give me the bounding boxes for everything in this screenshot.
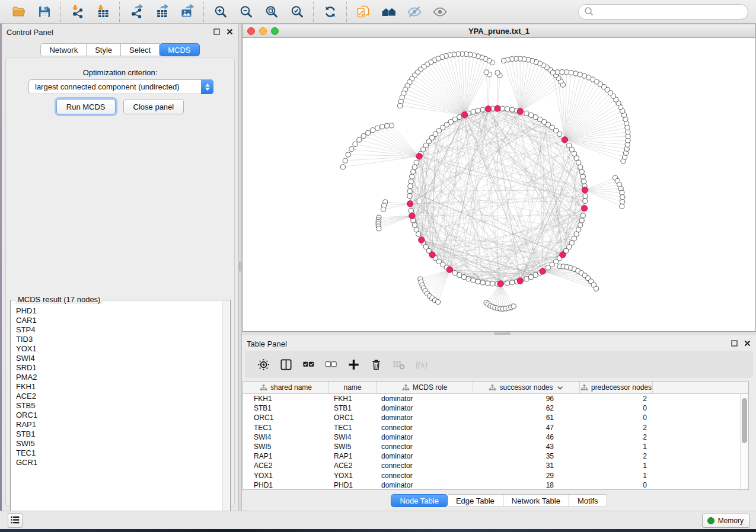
mcds-result-node[interactable]: PHD1 [11, 306, 222, 316]
import-network-icon[interactable] [69, 4, 85, 20]
network-window-title: YPA_prune.txt_1 [243, 27, 755, 36]
cell-shared-name: STB1 [243, 404, 329, 412]
table-row[interactable]: TEC1TEC1connector472 [243, 423, 740, 432]
splitter-grip[interactable] [239, 262, 241, 271]
table-row[interactable]: STB1STB1dominator620 [243, 403, 740, 413]
table-panel-header: Table Panel [242, 335, 756, 351]
home-icon[interactable] [381, 4, 397, 20]
mcds-result-node[interactable]: PMA2 [11, 373, 222, 382]
dropdown-stepper-icon [201, 79, 213, 94]
export-network-icon[interactable] [128, 4, 144, 20]
column-header-shared-name[interactable]: shared name [243, 382, 329, 393]
network-graph[interactable] [243, 38, 755, 331]
float-panel-icon[interactable] [731, 339, 738, 349]
mcds-result-node[interactable]: TID3 [11, 335, 222, 344]
mcds-result-node[interactable]: SWI5 [11, 439, 222, 448]
close-panel-icon[interactable] [744, 339, 751, 349]
network-window-titlebar[interactable]: YPA_prune.txt_1 [243, 24, 755, 38]
column-header-predecessor-nodes[interactable]: predecessor nodes [580, 382, 653, 393]
tab-motifs[interactable]: Motifs [569, 494, 607, 507]
tab-style[interactable]: Style [87, 43, 121, 56]
table-row[interactable]: PHD1PHD1dominator180 [243, 480, 740, 489]
zoom-fit-icon[interactable] [263, 4, 279, 20]
memory-label: Memory [718, 517, 744, 525]
export-image-icon[interactable] [179, 4, 195, 20]
run-mcds-button[interactable]: Run MCDS [56, 99, 116, 114]
optimization-criterion-label: Optimization criterion: [6, 68, 234, 77]
close-panel-icon[interactable] [226, 28, 234, 37]
eye-icon[interactable] [432, 4, 448, 20]
tab-select[interactable]: Select [121, 43, 160, 56]
splitter-grip[interactable] [494, 332, 511, 335]
table-row[interactable]: SWI4SWI4dominator462 [243, 432, 740, 442]
cell-name: PHD1 [329, 481, 377, 489]
add-row-icon[interactable] [346, 357, 361, 372]
column-header-name[interactable]: name [329, 382, 377, 393]
zoom-selected-icon[interactable] [289, 4, 305, 20]
mcds-result-node[interactable]: GCR1 [11, 458, 222, 467]
toolbar-separator [313, 2, 314, 22]
mcds-result-node[interactable]: TEC1 [11, 448, 222, 458]
task-history-button[interactable] [8, 513, 23, 528]
mcds-result-node[interactable]: ORC1 [11, 411, 222, 420]
zoom-in-icon[interactable] [212, 4, 228, 20]
open-folder-icon[interactable] [11, 4, 27, 20]
mcds-result-node[interactable]: STB1 [11, 430, 222, 439]
close-panel-button[interactable]: Close panel [123, 99, 184, 114]
gear-icon[interactable] [256, 357, 271, 372]
mcds-result-node[interactable]: RAP1 [11, 420, 222, 430]
network-canvas[interactable] [243, 38, 755, 331]
desktop-edge [0, 529, 756, 532]
mcds-result-node[interactable]: CAR1 [11, 316, 222, 325]
mcds-result-node[interactable]: YOX1 [11, 344, 222, 354]
cell-successor-nodes: 46 [473, 433, 580, 441]
deselect-all-icon[interactable] [323, 357, 339, 372]
import-table-icon[interactable] [95, 4, 111, 20]
search-box[interactable] [578, 4, 748, 20]
column-label: successor nodes [499, 383, 553, 392]
delete-table-icon [391, 357, 406, 372]
tab-network[interactable]: Network [40, 43, 87, 56]
mcds-result-list[interactable]: PHD1CAR1STP4TID3YOX1SWI4SRD1PMA2FKH1ACE2… [11, 306, 222, 519]
table-row[interactable]: SWI5SWI5connector431 [243, 442, 740, 451]
mcds-result-node[interactable]: STB5 [11, 401, 222, 411]
delete-row-icon[interactable] [368, 357, 384, 372]
mcds-result-node[interactable]: STP4 [11, 325, 222, 335]
mcds-panel: Optimization criterion: largest connecte… [5, 57, 235, 507]
export-table-icon[interactable] [154, 4, 170, 20]
mcds-result-node[interactable]: SWI4 [11, 354, 222, 363]
cell-successor-nodes: 61 [473, 414, 580, 422]
control-panel-tabs: NetworkStyleSelectMCDS [2, 43, 238, 56]
scrollbar-thumb[interactable] [742, 398, 747, 443]
tab-mcds[interactable]: MCDS [160, 43, 199, 56]
memory-button[interactable]: Memory [702, 514, 750, 528]
tab-node-table[interactable]: Node Table [391, 494, 448, 507]
mcds-result-node[interactable]: ACE2 [11, 392, 222, 401]
table-row[interactable]: YOX1YOX1connector291 [243, 471, 740, 480]
column-header-mcds-role[interactable]: MCDS role [377, 382, 473, 393]
optimization-criterion-select[interactable]: largest connected component (undirected) [28, 79, 213, 94]
eye-slash-icon[interactable] [406, 4, 422, 20]
cell-successor-nodes: 43 [473, 443, 580, 451]
copy-style-icon[interactable] [355, 4, 371, 20]
mcds-result-node[interactable]: SRD1 [11, 363, 222, 373]
search-input[interactable] [594, 6, 748, 18]
mcds-result-scrollbar[interactable] [222, 301, 229, 519]
select-all-icon[interactable] [301, 357, 316, 372]
tab-edge-table[interactable]: Edge Table [448, 494, 503, 507]
refresh-icon[interactable] [322, 4, 338, 20]
mcds-result-box: MCDS result (17 nodes) PHD1CAR1STP4TID3Y… [10, 300, 231, 520]
columns-icon[interactable] [278, 357, 294, 372]
mcds-result-node[interactable]: FKH1 [11, 382, 222, 392]
column-header-successor-nodes[interactable]: successor nodes [473, 382, 580, 393]
float-panel-icon[interactable] [213, 28, 221, 37]
table-scrollbar[interactable] [740, 394, 748, 489]
zoom-out-icon[interactable] [238, 4, 254, 20]
table-row[interactable]: FKH1FKH1dominator962 [243, 394, 740, 403]
tab-network-table[interactable]: Network Table [503, 494, 569, 507]
column-label: shared name [270, 383, 312, 392]
save-icon[interactable] [36, 4, 52, 20]
table-row[interactable]: ORC1ORC1dominator610 [243, 413, 740, 422]
table-row[interactable]: ACE2ACE2connector311 [243, 461, 740, 470]
table-row[interactable]: RAP1RAP1dominator352 [243, 451, 740, 461]
